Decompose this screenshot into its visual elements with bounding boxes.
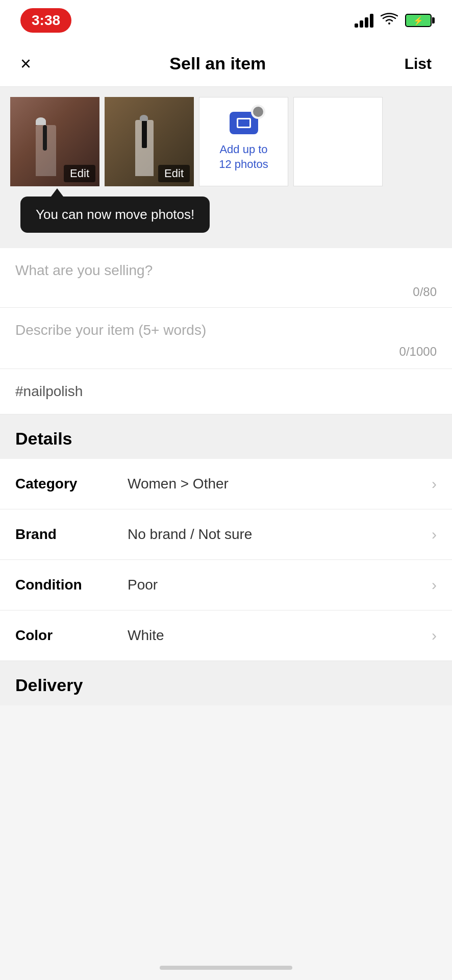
- description-field[interactable]: Describe your item (5+ words) 0/1000: [0, 308, 452, 369]
- details-list: Category Women > Other › Brand No brand …: [0, 459, 452, 661]
- photo-section: Edit Edit Add up to 12 photos: [0, 87, 452, 197]
- battery-icon: ⚡: [405, 14, 432, 27]
- empty-photo-slot: [293, 97, 383, 186]
- signal-icon: [355, 13, 373, 28]
- list-button[interactable]: List: [405, 55, 432, 72]
- delivery-section-header: Delivery: [0, 661, 452, 705]
- brand-row[interactable]: Brand No brand / Not sure ›: [0, 509, 452, 560]
- condition-label: Condition: [15, 577, 128, 593]
- add-photo-button[interactable]: Add up to 12 photos: [199, 97, 288, 186]
- photo-edit-2[interactable]: Edit: [158, 165, 190, 182]
- wifi-icon: [381, 12, 398, 29]
- photo-edit-1[interactable]: Edit: [64, 165, 95, 182]
- status-time: 3:38: [20, 8, 71, 33]
- brand-chevron: ›: [432, 526, 437, 543]
- color-value: White: [128, 627, 432, 644]
- title-counter: 0/80: [15, 285, 437, 299]
- delivery-title: Delivery: [15, 675, 83, 695]
- tooltip-bubble: You can now move photos!: [20, 197, 210, 233]
- close-button[interactable]: ×: [20, 55, 31, 73]
- page-title: Sell an item: [169, 54, 266, 74]
- color-chevron: ›: [432, 627, 437, 644]
- brand-value: No brand / Not sure: [128, 526, 432, 543]
- scroll-indicator: [160, 966, 292, 970]
- details-title: Details: [15, 429, 72, 448]
- color-label: Color: [15, 627, 128, 644]
- hashtag-field[interactable]: #nailpolish: [0, 369, 452, 414]
- status-bar: 3:38 ⚡: [0, 0, 452, 41]
- color-row[interactable]: Color White ›: [0, 610, 452, 661]
- category-row[interactable]: Category Women > Other ›: [0, 459, 452, 509]
- details-section-header: Details: [0, 414, 452, 459]
- title-field[interactable]: What are you selling? 0/80: [0, 248, 452, 308]
- category-chevron: ›: [432, 475, 437, 493]
- description-counter: 0/1000: [15, 345, 437, 359]
- photo-item-1[interactable]: Edit: [10, 97, 99, 186]
- description-placeholder[interactable]: Describe your item (5+ words): [15, 322, 437, 338]
- tooltip-container: You can now move photos!: [0, 197, 452, 248]
- title-placeholder[interactable]: What are you selling?: [15, 262, 437, 279]
- condition-chevron: ›: [432, 576, 437, 594]
- category-value: Women > Other: [128, 476, 432, 492]
- nav-bar: × Sell an item List: [0, 41, 452, 87]
- condition-row[interactable]: Condition Poor ›: [0, 560, 452, 610]
- category-label: Category: [15, 476, 128, 492]
- brand-label: Brand: [15, 526, 128, 543]
- photo-item-2[interactable]: Edit: [105, 97, 194, 186]
- form-section: What are you selling? 0/80 Describe your…: [0, 248, 452, 414]
- add-photo-label: Add up to 12 photos: [219, 142, 268, 172]
- status-icons: ⚡: [355, 12, 432, 29]
- condition-value: Poor: [128, 577, 432, 593]
